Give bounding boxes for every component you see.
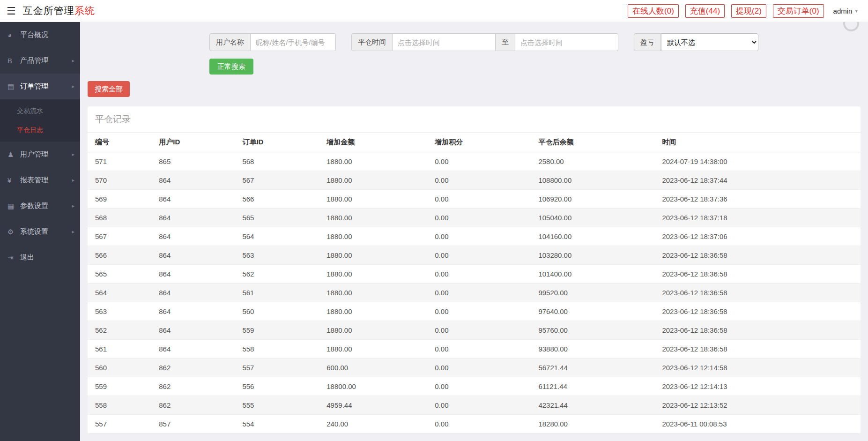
yen-icon: ¥ [7,176,20,184]
cell-balance-after-close: 56721.44 [533,359,656,377]
cell-id: 568 [88,209,153,227]
sidebar-subitem-trade-flow[interactable]: 交易流水 [0,101,80,120]
sidebar-item-label: 产品管理 [20,56,48,65]
cell-user-id: 864 [153,209,237,227]
cell-id: 560 [88,359,153,377]
cell-added-amount: 1880.00 [321,171,429,190]
profit-filter-group: 盈亏 默认不选 [634,33,758,51]
order-icon: ▤ [7,82,20,91]
cell-added-amount: 4959.44 [321,396,429,415]
table-body: 571 865 568 1880.00 0.00 2580.00 2024-07… [88,152,861,434]
sidebar-item-order-management[interactable]: ▤ 订单管理 ▸ [0,74,80,99]
cell-id: 565 [88,265,153,284]
table-row: 567 864 564 1880.00 0.00 104160.00 2023-… [88,227,861,246]
chevron-right-icon: ▸ [72,229,74,235]
chevron-down-icon: ▾ [855,8,858,14]
cell-time: 2023-06-12 12:13:52 [656,396,861,415]
profit-select[interactable]: 默认不选 [661,33,758,51]
online-users-link[interactable]: 在线人数(0) [628,4,679,18]
cell-balance-after-close: 93880.00 [533,340,656,359]
cell-added-points: 0.00 [429,171,533,190]
cell-user-id: 864 [153,302,237,321]
table-row: 562 864 559 1880.00 0.00 95760.00 2023-0… [88,321,861,340]
table-row: 566 864 563 1880.00 0.00 103280.00 2023-… [88,246,861,265]
col-balance-after-close: 平仓后余额 [533,133,656,152]
profit-label: 盈亏 [634,33,661,51]
sidebar-item-system-settings[interactable]: ⚙ 系统设置 ▸ [0,219,80,245]
cell-added-amount: 18800.00 [321,377,429,396]
sidebar-item-platform-overview[interactable]: ◕ 平台概况 [0,22,80,48]
user-icon: ♟ [7,150,20,159]
cell-added-amount: 1880.00 [321,265,429,284]
cell-added-amount: 1880.00 [321,284,429,302]
trade-orders-link[interactable]: 交易订单(0) [773,4,824,18]
table-row: 570 864 567 1880.00 0.00 108800.00 2023-… [88,171,861,190]
menu-toggle-icon[interactable]: ☰ [0,0,23,22]
app-logo: 互金所管理系统 [23,4,95,17]
cell-order-id: 557 [237,359,321,377]
cell-added-amount: 1880.00 [321,209,429,227]
cell-id: 559 [88,377,153,396]
cell-balance-after-close: 18280.00 [533,415,656,434]
logout-icon: ⇥ [7,254,20,262]
cell-id: 561 [88,340,153,359]
cell-added-amount: 600.00 [321,359,429,377]
cell-time: 2023-06-12 18:36:58 [656,246,861,265]
cell-balance-after-close: 103280.00 [533,246,656,265]
col-order-id: 订单ID [237,133,321,152]
time-from-input[interactable] [393,33,496,51]
cell-balance-after-close: 108800.00 [533,171,656,190]
sidebar-subitem-close-position-log[interactable]: 平仓日志 [0,120,80,140]
cell-user-id: 864 [153,265,237,284]
sidebar-item-label: 报表管理 [20,176,48,185]
withdraw-link[interactable]: 提现(2) [731,4,766,18]
col-user-id: 用户ID [153,133,237,152]
cell-time: 2023-06-12 18:37:18 [656,209,861,227]
to-label: 至 [496,33,515,51]
cell-order-id: 559 [237,321,321,340]
cell-balance-after-close: 104160.00 [533,227,656,246]
cell-time: 2023-06-12 12:14:13 [656,377,861,396]
cell-added-points: 0.00 [429,396,533,415]
cell-id: 566 [88,246,153,265]
sidebar-item-logout[interactable]: ⇥ 退出 [0,245,80,270]
cell-order-id: 555 [237,396,321,415]
cell-added-points: 0.00 [429,321,533,340]
search-all-button[interactable]: 搜索全部 [88,81,130,97]
cell-user-id: 864 [153,227,237,246]
cell-id: 567 [88,227,153,246]
cell-balance-after-close: 95760.00 [533,321,656,340]
normal-search-button[interactable]: 正常搜索 [209,59,253,75]
cell-user-id: 864 [153,171,237,190]
cell-order-id: 568 [237,152,321,171]
dashboard-icon: ◕ [7,31,20,39]
table-row: 557 857 554 240.00 0.00 18280.00 2023-06… [88,415,861,434]
cell-id: 569 [88,190,153,209]
cell-balance-after-close: 97640.00 [533,302,656,321]
cell-user-id: 864 [153,340,237,359]
sidebar-item-product-management[interactable]: Ƀ 产品管理 ▸ [0,48,80,74]
cell-time: 2023-06-12 18:36:58 [656,340,861,359]
sidebar-item-user-management[interactable]: ♟ 用户管理 ▸ [0,142,80,167]
close-position-records-panel: 平仓记录 编号 用户ID 订单ID 增加金额 增加积分 平仓后余额 时间 [88,106,861,434]
sidebar-item-parameter-settings[interactable]: ▦ 参数设置 ▸ [0,193,80,219]
table-row: 560 862 557 600.00 0.00 56721.44 2023-06… [88,359,861,377]
cell-order-id: 564 [237,227,321,246]
admin-user-dropdown[interactable]: admin ▾ [831,5,861,17]
time-to-input[interactable] [515,33,618,51]
cell-balance-after-close: 42321.44 [533,396,656,415]
sidebar-item-label: 参数设置 [20,202,48,210]
cell-added-points: 0.00 [429,359,533,377]
sidebar-item-report-management[interactable]: ¥ 报表管理 ▸ [0,167,80,193]
cell-order-id: 566 [237,190,321,209]
cell-user-id: 865 [153,152,237,171]
username-filter-group: 用户名称 [209,33,336,51]
cell-balance-after-close: 105040.00 [533,209,656,227]
cell-time: 2023-06-12 18:36:58 [656,302,861,321]
table-header: 编号 用户ID 订单ID 增加金额 增加积分 平仓后余额 时间 [88,133,861,152]
recharge-link[interactable]: 充值(44) [685,4,725,18]
sidebar: ◕ 平台概况 Ƀ 产品管理 ▸ ▤ 订单管理 ▸ 交易流水 平仓日志 ♟ 用户管… [0,22,80,441]
cell-id: 564 [88,284,153,302]
username-input[interactable] [251,33,336,51]
cell-user-id: 864 [153,190,237,209]
